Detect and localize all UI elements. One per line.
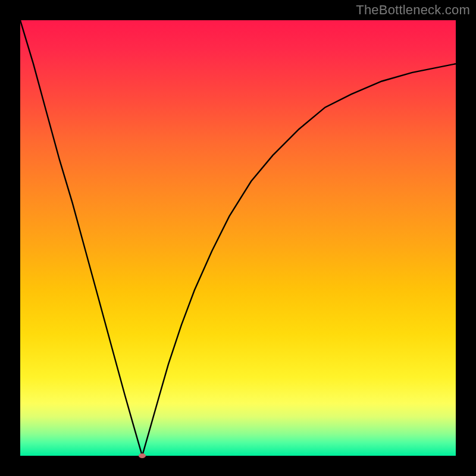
bottleneck-curve	[20, 20, 456, 456]
watermark-text: TheBottleneck.com	[356, 2, 470, 18]
curve-svg	[20, 20, 456, 456]
chart-container: TheBottleneck.com	[0, 0, 476, 476]
minimum-marker	[139, 453, 146, 458]
plot-area	[20, 20, 456, 456]
